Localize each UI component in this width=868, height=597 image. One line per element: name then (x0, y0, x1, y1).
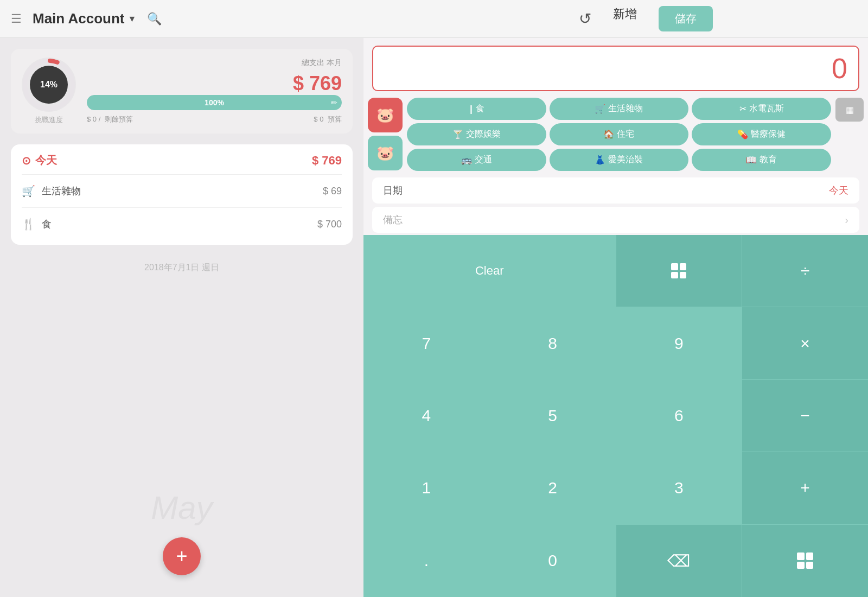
food-amount: $ 700 (317, 219, 342, 230)
cat-housing-label: 住宅 (617, 129, 634, 140)
groceries-amount: $ 69 (323, 186, 342, 197)
top-bar: ☰ Main Account ▼ 🔍 ↺ 新增 儲存 (0, 0, 868, 38)
main-content: 14% 挑戰進度 總支出 本月 $ 769 100% ✏ $ 0 / 剩 (0, 38, 868, 597)
transaction-item-left: 🛒 生活雜物 (22, 185, 81, 198)
subtract-button[interactable]: − (742, 380, 868, 452)
num-9[interactable]: 9 (616, 307, 742, 379)
numpad: Clear ÷ 7 8 9 × 4 5 6 (363, 235, 868, 597)
num-1[interactable]: 1 (363, 452, 489, 524)
num-7[interactable]: 7 (363, 307, 489, 379)
top-bar-actions: ↺ 新增 儲存 (434, 6, 857, 31)
cat-groceries-label: 生活雜物 (608, 103, 643, 115)
total-label: 總支出 本月 (87, 58, 342, 68)
cat-healthcare[interactable]: 💊 醫療保健 (692, 123, 831, 145)
multiply-button[interactable]: × (742, 307, 868, 379)
cat-groceries[interactable]: 🛒 生活雜物 (550, 98, 689, 120)
cat-transport-icon: 🚌 (461, 155, 472, 165)
cat-utilities[interactable]: ✂ 水電瓦斯 (692, 98, 831, 120)
groceries-icon: 🛒 (22, 185, 35, 198)
decimal-button[interactable]: . (363, 525, 489, 597)
progress-bar-fill: 100% (87, 95, 342, 110)
remaining-budget: $ 0 / 剩餘預算 (87, 115, 133, 124)
cat-healthcare-icon: 💊 (737, 129, 748, 139)
clear-button[interactable]: Clear (363, 235, 616, 307)
back-icon: ↺ (579, 10, 591, 28)
progress-edit-icon[interactable]: ✏ (331, 98, 337, 107)
num-0[interactable]: 0 (490, 525, 616, 597)
save-button[interactable]: 儲存 (659, 6, 713, 31)
memo-row[interactable]: 備忘 › (372, 207, 859, 233)
account-title[interactable]: Main Account ▼ (33, 10, 136, 27)
grid-button[interactable] (616, 235, 742, 307)
cat-education[interactable]: 📖 教育 (692, 149, 831, 171)
search-icon[interactable]: 🔍 (147, 12, 162, 26)
add-fab-button[interactable]: + (163, 537, 201, 575)
cat-utilities-label: 水電瓦斯 (749, 103, 784, 115)
cat-utilities-icon: ✂ (739, 104, 746, 114)
income-pig-icon: 🐷 (376, 145, 394, 162)
today-total: $ 769 (312, 154, 342, 168)
today-icon: ⊙ (22, 154, 31, 167)
income-button[interactable]: 🐷 (368, 136, 403, 170)
cat-healthcare-label: 醫療保健 (751, 129, 786, 140)
side-buttons: 🐷 🐷 (368, 98, 403, 170)
date-label: 日期 (383, 184, 403, 197)
num-2[interactable]: 2 (490, 452, 616, 524)
right-panel: 0 🐷 🐷 ‖ 食 🛒 生活雜物 (363, 38, 868, 597)
transaction-item-food[interactable]: 🍴 食 $ 700 (22, 212, 342, 236)
transaction-card: ⊙ 今天 $ 769 🛒 生活雜物 $ 69 🍴 食 $ 700 (11, 144, 353, 245)
divide-button[interactable]: ÷ (742, 235, 868, 307)
amount-display: 0 (832, 52, 847, 85)
cat-food-label: 食 (476, 103, 484, 115)
num-4[interactable]: 4 (363, 380, 489, 452)
backspace-button[interactable]: ⌫ (616, 525, 742, 597)
cat-entertainment[interactable]: 🍸 交際娛樂 (407, 123, 546, 145)
new-button[interactable]: 新增 (613, 6, 637, 31)
menu-icon[interactable]: ☰ (11, 12, 22, 26)
category-grid: ‖ 食 🛒 生活雜物 ✂ 水電瓦斯 🍸 交際娛樂 🏠 住宅 (407, 98, 831, 171)
multiply-icon: × (800, 334, 810, 353)
challenge-card: 14% 挑戰進度 總支出 本月 $ 769 100% ✏ $ 0 / 剩 (11, 49, 353, 134)
add-button[interactable]: + (742, 452, 868, 524)
cat-food[interactable]: ‖ 食 (407, 98, 546, 120)
num-3[interactable]: 3 (616, 452, 742, 524)
food-label: 食 (42, 218, 52, 231)
add-icon: + (800, 479, 810, 497)
total-budget: $ 0 預算 (314, 115, 342, 124)
progress-label: 100% (205, 98, 224, 107)
more-categories-button[interactable]: ▦ (835, 98, 864, 122)
challenge-circle: 14% (22, 58, 76, 112)
num-5[interactable]: 5 (490, 380, 616, 452)
today-label: 今天 (35, 153, 57, 168)
cat-housing-icon: 🏠 (603, 129, 614, 139)
budget-row: $ 0 / 剩餘預算 $ 0 預算 (87, 115, 342, 124)
table-icon (797, 552, 813, 569)
transaction-item-groceries[interactable]: 🛒 生活雜物 $ 69 (22, 179, 342, 203)
clear-label: Clear (475, 264, 504, 278)
cat-entertainment-label: 交際娛樂 (466, 129, 501, 140)
expense-button[interactable]: 🐷 (368, 98, 403, 132)
cat-housing[interactable]: 🏠 住宅 (550, 123, 689, 145)
date-memo-section: 日期 今天 備忘 › (372, 177, 859, 233)
num-6[interactable]: 6 (616, 380, 742, 452)
cat-groceries-icon: 🛒 (595, 104, 605, 114)
transaction-today: ⊙ 今天 (22, 153, 57, 168)
cat-fashion[interactable]: 👗 愛美治裝 (550, 149, 689, 171)
table-button[interactable] (742, 525, 868, 597)
left-panel: 14% 挑戰進度 總支出 本月 $ 769 100% ✏ $ 0 / 剩 (0, 38, 363, 597)
cat-transport[interactable]: 🚌 交通 (407, 149, 546, 171)
amount-input-wrapper[interactable]: 0 (372, 46, 859, 91)
cat-education-icon: 📖 (746, 155, 757, 165)
num-8[interactable]: 8 (490, 307, 616, 379)
cat-fashion-icon: 👗 (595, 155, 605, 165)
top-bar-left: ☰ Main Account ▼ 🔍 (11, 10, 434, 27)
account-caret-icon: ▼ (127, 14, 136, 24)
transaction-header: ⊙ 今天 $ 769 (22, 153, 342, 168)
back-button[interactable]: ↺ (579, 6, 591, 31)
challenge-right: 總支出 本月 $ 769 100% ✏ $ 0 / 剩餘預算 $ 0 預算 (87, 58, 342, 124)
memo-placeholder: 備忘 (383, 213, 403, 226)
more-area: ▦ (835, 98, 864, 122)
add-fab-icon: + (176, 545, 187, 568)
food-icon: 🍴 (22, 218, 35, 231)
date-row[interactable]: 日期 今天 (372, 177, 859, 204)
